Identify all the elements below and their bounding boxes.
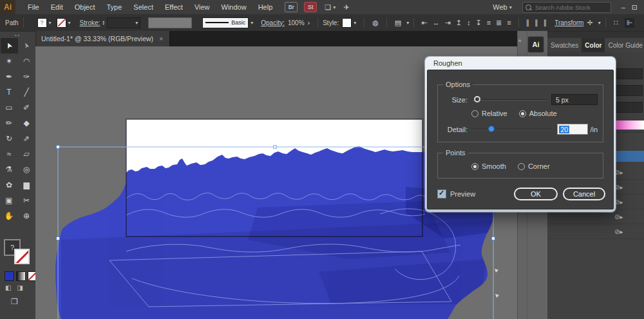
tool-curvature[interactable]: ✑ <box>18 69 35 84</box>
menu-view[interactable]: View <box>189 3 216 11</box>
tool-rectangle[interactable]: ▭ <box>1 100 18 115</box>
absolute-radio[interactable] <box>519 110 526 117</box>
relative-label[interactable]: Relative <box>482 110 507 117</box>
menu-select[interactable]: Select <box>128 3 159 11</box>
fx-icon[interactable]: ⊘▸ <box>614 228 623 235</box>
draw-modes[interactable]: ◧ ◨ <box>5 284 25 291</box>
menu-effect[interactable]: Effect <box>159 3 189 11</box>
preferences-icon[interactable]: ▤ <box>395 19 401 27</box>
workspace-switcher-icon[interactable]: ❏ <box>325 3 331 12</box>
stroke-weight-dropdown[interactable]: ▾ <box>107 17 140 28</box>
smooth-label[interactable]: Smooth <box>482 162 506 170</box>
menu-window[interactable]: Window <box>216 3 252 11</box>
menu-file[interactable]: File <box>22 3 45 11</box>
absolute-label[interactable]: Absolute <box>529 110 557 117</box>
panel-tab-color-guide[interactable]: Color Guide <box>605 38 644 52</box>
tool-pencil[interactable]: ✏ <box>1 115 18 131</box>
preview-checkbox[interactable] <box>437 189 446 198</box>
fill-chevron-icon[interactable]: ▾ <box>49 20 52 26</box>
fill-swatch[interactable]: ? <box>37 18 47 28</box>
size-value-field[interactable]: 5 px <box>551 94 598 105</box>
corner-radio[interactable] <box>518 163 525 170</box>
handle-top-left[interactable] <box>57 146 60 149</box>
panel-grip[interactable]: •• <box>0 32 35 38</box>
stroke-weight-label[interactable]: Stroke: <box>80 19 100 26</box>
fill-stroke-indicator[interactable]: ? <box>4 239 31 265</box>
tool-pen[interactable]: ✒ <box>1 69 18 84</box>
gradient-button[interactable] <box>16 271 26 281</box>
tool-scale[interactable]: ⇗ <box>18 131 35 146</box>
workspace-dropdown[interactable]: Web ▾ <box>493 3 511 11</box>
minimize-button[interactable]: – <box>621 3 625 11</box>
align-1-icon[interactable]: ↔ <box>432 19 439 26</box>
close-icon[interactable]: × <box>159 35 163 43</box>
align-8-icon[interactable]: ≡ <box>507 19 511 26</box>
ai-panel-badge[interactable]: Ai <box>527 36 544 53</box>
isolate-icon[interactable]: ∷ <box>614 19 618 27</box>
stroke-proxy[interactable] <box>14 249 30 264</box>
tool-slice[interactable]: ✂ <box>18 193 35 208</box>
menu-object[interactable]: Object <box>69 3 101 11</box>
distribute-0-icon[interactable]: ∥ <box>526 19 530 26</box>
tool-free-transform[interactable]: ▱ <box>18 146 35 162</box>
preview-label[interactable]: Preview <box>450 190 475 198</box>
fx-icon[interactable]: ⊘▸ <box>614 198 623 206</box>
fx-icon[interactable]: ⊘▸ <box>614 184 623 191</box>
tool-column-graph[interactable]: ▆ <box>18 177 35 193</box>
stock-badge[interactable]: St <box>304 2 317 12</box>
dock-collapse-icon[interactable]: ^ <box>518 39 521 45</box>
adobe-stock-search[interactable] <box>522 2 611 13</box>
size-slider-knob[interactable] <box>474 96 480 102</box>
brush-definition-dropdown[interactable] <box>148 17 192 28</box>
align-7-icon[interactable]: ≣ <box>496 19 502 26</box>
share-icon[interactable]: ✈ <box>343 3 349 12</box>
shear-icon[interactable]: ✛ <box>587 19 592 27</box>
screen-mode-icon[interactable]: ❐ <box>11 297 18 306</box>
tool-line-segment[interactable]: ╱ <box>18 84 35 100</box>
tool-symbol-sprayer[interactable]: ✿ <box>1 177 18 193</box>
opacity-more-icon[interactable]: › <box>308 19 310 26</box>
style-chevron-icon[interactable]: ▾ <box>354 20 356 26</box>
tool-paintbrush[interactable]: ✐ <box>18 100 35 115</box>
tool-blend[interactable]: ◎ <box>18 162 35 177</box>
style-swatch[interactable] <box>342 18 352 28</box>
workspace-switcher-chevron-icon[interactable]: ▾ <box>333 5 336 10</box>
detail-slider[interactable] <box>471 126 552 133</box>
align-0-icon[interactable]: ⇤ <box>421 19 427 26</box>
size-slider[interactable] <box>471 96 546 103</box>
tool-magic-wand[interactable]: ✶ <box>1 53 18 69</box>
transform-chevron-icon[interactable]: ▾ <box>598 20 601 26</box>
panel-tab-color[interactable]: Color <box>582 38 605 52</box>
distribute-2-icon[interactable]: ∥ <box>544 19 547 26</box>
bridge-badge[interactable]: Br <box>285 2 298 12</box>
tool-type[interactable]: T <box>1 84 18 100</box>
tool-zoom[interactable]: ⊕ <box>18 208 35 224</box>
tool-eyedropper[interactable]: ⚗ <box>1 162 18 177</box>
align-3-icon[interactable]: ↥ <box>456 19 462 26</box>
document-setup-icon[interactable]: ◍ <box>372 19 379 27</box>
tool-width[interactable]: ≈ <box>1 146 18 162</box>
profile-chevron-icon[interactable]: ▾ <box>251 20 253 26</box>
appearance-row[interactable]: ⊘▸ <box>547 224 644 239</box>
corner-label[interactable]: Corner <box>528 162 550 170</box>
tool-hand[interactable]: ✋ <box>1 208 18 224</box>
dialog-titlebar[interactable]: Roughen <box>427 57 614 70</box>
panel-toggle-icon[interactable]: ⊩ <box>625 18 635 28</box>
opacity-label[interactable]: Opacity: <box>261 19 285 26</box>
stroke-swatch[interactable] <box>57 18 66 28</box>
tool-direct-selection[interactable]: ➢ <box>18 38 35 53</box>
color-button[interactable] <box>5 271 14 281</box>
search-input[interactable] <box>534 3 608 12</box>
menu-help[interactable]: Help <box>252 3 279 11</box>
menu-edit[interactable]: Edit <box>45 3 69 11</box>
stroke-stepper[interactable]: ▲▼ <box>102 20 105 25</box>
document-tab[interactable]: Untitled-1* @ 33.33% (RGB/Preview) × <box>35 31 170 46</box>
align-6-icon[interactable]: ≡ <box>487 19 491 26</box>
distribute-1-icon[interactable]: ∥ <box>535 19 538 26</box>
ok-button[interactable]: OK <box>514 188 558 200</box>
tool-lasso[interactable]: ◠ <box>18 53 35 69</box>
stroke-chevron-icon[interactable]: ▾ <box>68 20 71 26</box>
tool-selection[interactable]: ➤ <box>1 38 18 53</box>
smooth-radio[interactable] <box>471 163 478 170</box>
align-4-icon[interactable]: ↕ <box>467 19 471 26</box>
